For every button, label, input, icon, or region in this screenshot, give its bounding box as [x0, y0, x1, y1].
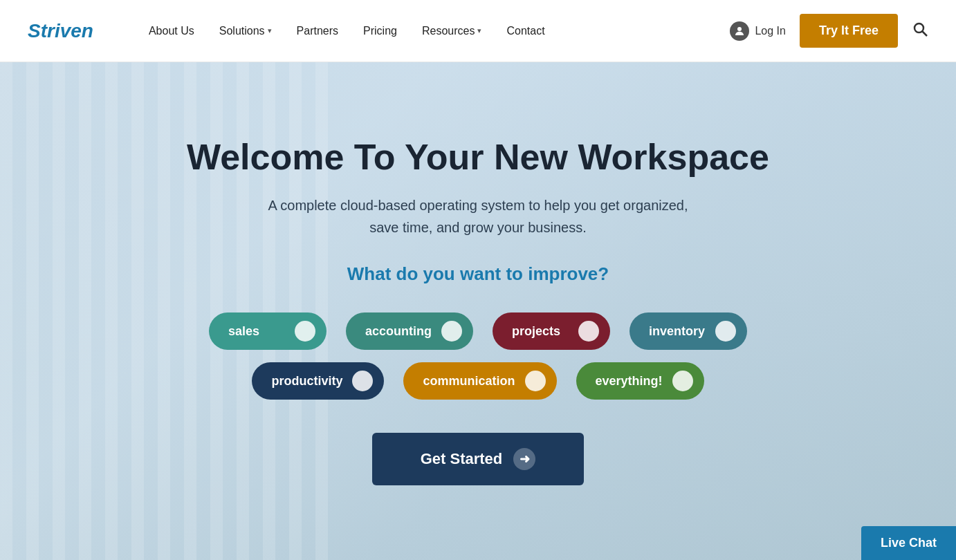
solutions-chevron-icon: ▾: [268, 26, 272, 35]
pill-productivity-indicator: [352, 371, 373, 391]
pill-inventory[interactable]: inventory: [629, 312, 747, 350]
logo[interactable]: Striven: [28, 20, 93, 42]
nav-partners[interactable]: Partners: [297, 25, 338, 37]
hero-question: What do you want to improve?: [42, 263, 914, 285]
pill-everything[interactable]: everything!: [576, 362, 704, 400]
login-button[interactable]: Log In: [730, 21, 785, 41]
pills-container: sales accounting projects inventory: [42, 312, 914, 400]
live-chat-button[interactable]: Live Chat: [861, 526, 956, 560]
hero-content: Welcome To Your New Workspace A complete…: [0, 137, 956, 486]
pills-row-1: sales accounting projects inventory: [209, 312, 747, 350]
pill-sales[interactable]: sales: [209, 312, 327, 350]
arrow-right-icon: ➜: [513, 448, 535, 470]
nav-solutions[interactable]: Solutions ▾: [219, 25, 272, 37]
svg-point-1: [914, 24, 923, 32]
hero-title: Welcome To Your New Workspace: [42, 137, 914, 178]
navbar: Striven About Us Solutions ▾ Partners Pr…: [0, 0, 956, 62]
nav-links: About Us Solutions ▾ Partners Pricing Re…: [149, 25, 730, 37]
svg-point-0: [737, 27, 742, 31]
pill-accounting-indicator: [441, 321, 462, 342]
try-free-button[interactable]: Try It Free: [800, 14, 898, 48]
pill-accounting[interactable]: accounting: [346, 312, 473, 350]
search-icon[interactable]: [912, 21, 928, 41]
get-started-button[interactable]: Get Started ➜: [372, 433, 585, 485]
resources-chevron-icon: ▾: [477, 26, 481, 35]
nav-actions: Log In Try It Free: [730, 14, 928, 48]
pills-row-2: productivity communication everything!: [252, 362, 704, 400]
nav-pricing[interactable]: Pricing: [363, 25, 397, 37]
hero-section: Welcome To Your New Workspace A complete…: [0, 62, 956, 560]
pill-projects[interactable]: projects: [493, 312, 610, 350]
svg-line-2: [923, 31, 928, 36]
pill-productivity[interactable]: productivity: [252, 362, 384, 400]
hero-subtitle: A complete cloud-based operating system …: [42, 194, 914, 239]
pill-everything-indicator: [672, 371, 693, 391]
nav-about-us[interactable]: About Us: [149, 25, 194, 37]
nav-contact[interactable]: Contact: [506, 25, 544, 37]
pill-inventory-indicator: [715, 321, 736, 342]
pill-communication[interactable]: communication: [403, 362, 556, 400]
pill-projects-indicator: [578, 321, 599, 342]
logo-text: Striven: [28, 20, 93, 42]
pill-sales-indicator: [295, 321, 315, 342]
pill-communication-indicator: [525, 371, 546, 391]
nav-resources[interactable]: Resources ▾: [422, 25, 481, 37]
user-icon: [730, 21, 749, 41]
